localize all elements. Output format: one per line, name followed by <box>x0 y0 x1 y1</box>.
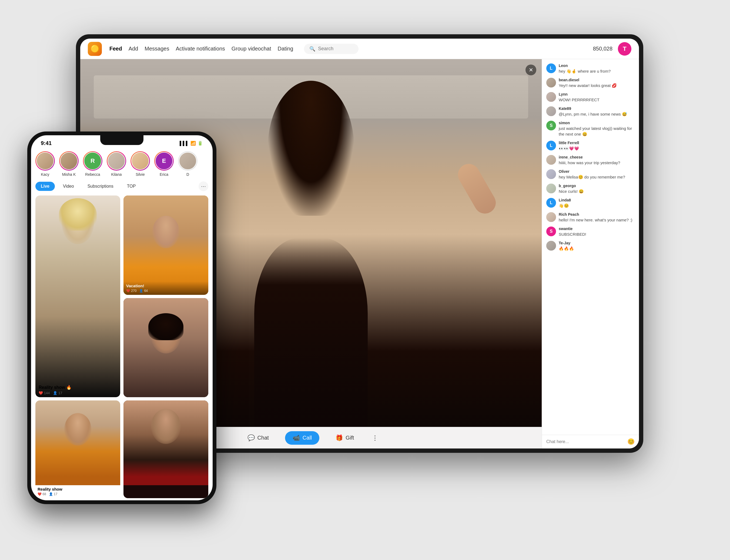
story-item[interactable]: D <box>178 151 197 177</box>
username: bean.diesel <box>559 78 617 82</box>
story-item[interactable]: E Erica <box>154 151 174 177</box>
chat-message: bean.diesel Yey!! new avatar! looks grea… <box>546 78 635 88</box>
story-item[interactable]: Misha K <box>59 151 79 177</box>
story-ring: R <box>83 151 102 171</box>
coins-display: 850,028 <box>593 46 613 52</box>
tab-video[interactable]: Video <box>58 182 79 191</box>
avatar <box>546 241 556 251</box>
emoji-button[interactable]: 😊 <box>627 438 635 445</box>
story-avatar <box>60 152 78 170</box>
story-name: Silvie <box>136 172 144 177</box>
battery-icon: 🔋 <box>197 141 203 146</box>
gift-icon: 🎁 <box>335 434 343 441</box>
story-name: Rebecca <box>85 172 100 177</box>
avatar: L <box>546 63 556 73</box>
nav-messages[interactable]: Messages <box>144 46 169 52</box>
message-body: bean.diesel Yey!! new avatar! looks grea… <box>559 78 617 88</box>
message-text: hello! I'm new here. what's your name? :… <box>559 217 633 223</box>
tab-more-button[interactable]: ⋯ <box>198 181 208 191</box>
feed-card[interactable]: Vacation! ❤️ 270 👤 64 <box>123 195 208 295</box>
story-item[interactable]: Kacy <box>35 151 55 177</box>
signal-icon: ▌▌▌ <box>180 141 189 146</box>
avatar <box>546 92 556 102</box>
chat-input[interactable] <box>546 439 625 444</box>
chat-messages: L Leon hey 👋🤞 where are u from? <box>542 59 639 435</box>
phone-feed: Reality show 🔥 ❤️ 144 👤 17 Vacatio <box>31 193 213 500</box>
username: simon <box>559 121 635 125</box>
avatar <box>546 212 556 222</box>
tab-subscriptions[interactable]: Subscriptions <box>82 182 119 191</box>
feed-card[interactable] <box>123 400 208 498</box>
username: Te-Jay <box>559 241 574 245</box>
username: b_georgo <box>559 184 584 188</box>
story-ring <box>130 151 150 171</box>
message-text: SUBSCRIBED! <box>559 231 586 237</box>
card-title: Reality show <box>38 487 118 491</box>
avatar: S <box>546 121 556 130</box>
story-item[interactable]: Kilana <box>107 151 126 177</box>
story-avatar: E <box>155 152 173 170</box>
username: Oliver <box>559 169 625 174</box>
feed-card[interactable]: Reality show 🔥 ❤️ 144 👤 17 <box>35 195 120 397</box>
nav-dating[interactable]: Dating <box>278 46 293 52</box>
username: Linda8 <box>559 198 571 202</box>
chat-message: b_georgo Nice curls! 😄 <box>546 184 635 194</box>
avatar <box>546 106 556 116</box>
message-text: 👀👀💗💗 <box>559 146 579 151</box>
card-viewers: 👤 64 <box>139 289 148 293</box>
message-body: Kate89 @Lynn, pm me, i have some news 😅 <box>559 106 627 117</box>
close-button[interactable]: ✕ <box>526 65 536 75</box>
search-box[interactable]: 🔍 <box>304 44 358 54</box>
chat-message: L Linda8 👋😊 <box>546 198 635 208</box>
nav-right: 850,028 T <box>593 42 631 56</box>
nav-add[interactable]: Add <box>129 46 138 52</box>
avatar <box>546 169 556 179</box>
card-viewers: 👤 17 <box>49 492 58 496</box>
card-title: Reality show 🔥 <box>39 385 117 390</box>
message-text: 🔥🔥🔥 <box>559 246 574 251</box>
call-button[interactable]: 📹 Call <box>285 431 319 445</box>
hair <box>268 81 354 216</box>
chat-message: L Leon hey 👋🤞 where are u from? <box>546 63 635 74</box>
nav-group[interactable]: Group videochat <box>231 46 271 52</box>
user-avatar[interactable]: T <box>618 42 631 56</box>
username: Kate89 <box>559 106 627 111</box>
story-item[interactable]: Silvie <box>130 151 150 177</box>
search-input[interactable] <box>318 46 353 52</box>
message-text: Nice curls! 😄 <box>559 188 584 194</box>
tablet-navbar: 🟡 Feed Add Messages Activate notificatio… <box>80 39 639 59</box>
chat-message: S simon just watched your latest vlog)) … <box>546 121 635 137</box>
more-menu-button[interactable]: ⋮ <box>370 433 380 443</box>
tab-top[interactable]: TOP <box>122 182 141 191</box>
tab-live[interactable]: Live <box>35 182 55 191</box>
logo-emoji: 🟡 <box>90 45 99 53</box>
message-text: hiiiii, how was your trip yesterday? <box>559 160 620 166</box>
story-avatar <box>179 152 197 170</box>
card-title: Vacation! <box>126 284 206 288</box>
message-body: Oliver hey Melisa😊 do you remember me? <box>559 169 625 180</box>
nav-links: Feed Add Messages Activate notifications… <box>109 46 293 52</box>
story-name: Erica <box>160 172 168 177</box>
nav-notifications[interactable]: Activate notifications <box>176 46 225 52</box>
chat-message: S swantie SUBSCRIBED! <box>546 227 635 237</box>
chat-button[interactable]: 💬 Chat <box>242 432 274 444</box>
nav-feed[interactable]: Feed <box>109 46 122 52</box>
feed-card[interactable]: Reality show ❤️ 68 👤 17 <box>35 400 120 498</box>
story-ring <box>35 151 55 171</box>
story-item[interactable]: R Rebecca <box>83 151 102 177</box>
story-avatar <box>36 152 54 170</box>
feed-card[interactable] <box>123 298 208 397</box>
chat-sidebar: L Leon hey 👋🤞 where are u from? <box>542 59 639 448</box>
story-name: Kilana <box>111 172 122 177</box>
gift-button[interactable]: 🎁 Gift <box>330 432 359 444</box>
phone-screen: 9:41 ▌▌▌ 📶 🔋 Kacy <box>31 135 213 500</box>
gift-label: Gift <box>345 435 354 441</box>
avatar: S <box>546 227 556 236</box>
app-logo[interactable]: 🟡 <box>88 42 102 56</box>
chat-label: Chat <box>257 435 269 441</box>
username: Rich Peach <box>559 212 633 217</box>
story-ring <box>107 151 126 171</box>
message-body: irene_cheese hiiiii, how was your trip y… <box>559 155 620 166</box>
story-ring <box>59 151 79 171</box>
avatar: L <box>546 198 556 208</box>
